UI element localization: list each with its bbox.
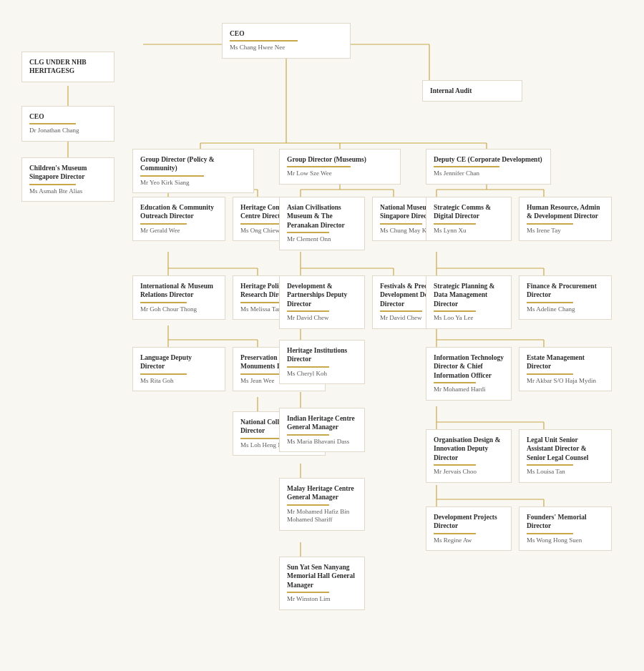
edu-outreach-title: Education & Community Outreach Director xyxy=(140,203,218,221)
childrens-box: Children's Museum Singapore Director Ms … xyxy=(21,157,114,202)
intl-museum-title: International & Museum Relations Directo… xyxy=(140,282,218,300)
clg-title: CLG UNDER NHB HERITAGESG xyxy=(29,58,107,76)
org-design-title: Organisation Design & Innovation Deputy … xyxy=(434,436,504,462)
dev-projects-underline xyxy=(434,533,476,534)
info-tech-name: Mr Mohamed Hardi xyxy=(434,386,504,394)
asian-civ-underline xyxy=(287,232,329,233)
intl-museum-box: International & Museum Relations Directo… xyxy=(132,275,225,320)
deputy-ce-title: Deputy CE (Corporate Development) xyxy=(434,155,543,164)
strategic-planning-underline xyxy=(434,310,476,312)
dev-projects-name: Ms Regine Aw xyxy=(434,537,504,545)
sun-yat-sen-title: Sun Yat Sen Nanyang Memorial Hall Genera… xyxy=(287,563,357,589)
gd-museums-title: Group Director (Museums) xyxy=(287,155,393,164)
info-tech-title: Information Technology Director & Chief … xyxy=(434,353,504,380)
indian-heritage-box: Indian Heritage Centre General Manager M… xyxy=(279,408,365,452)
malay-heritage-underline xyxy=(287,504,329,506)
ceo-top-title: CEO xyxy=(230,29,343,38)
language-box: Language Deputy Director Ms Rita Goh xyxy=(132,347,225,391)
gd-museums-box: Group Director (Museums) Mr Low Sze Wee xyxy=(279,149,401,185)
org-design-underline xyxy=(434,464,476,466)
indian-heritage-name: Ms Maria Bhavani Dass xyxy=(287,438,357,446)
dev-partnerships-name: Mr David Chew xyxy=(287,314,357,323)
estate-mgmt-underline xyxy=(527,373,573,375)
childrens-name: Ms Asmah Bte Alias xyxy=(29,187,107,196)
asian-civ-name: Mr Clement Onn xyxy=(287,235,357,244)
founders-memorial-name: Ms Wong Hong Suen xyxy=(527,537,604,545)
edu-outreach-box: Education & Community Outreach Director … xyxy=(132,197,225,241)
childrens-underline xyxy=(29,184,76,185)
ceo-left-box: CEO Dr Jonathan Chang xyxy=(21,106,114,142)
org-design-box: Organisation Design & Innovation Deputy … xyxy=(426,429,512,483)
internal-audit-title: Internal Audit xyxy=(430,87,514,95)
heritage-inst-box: Heritage Institutions Director Ms Cheryl… xyxy=(279,340,365,384)
language-name: Ms Rita Goh xyxy=(140,377,218,386)
sun-yat-sen-box: Sun Yat Sen Nanyang Memorial Hall Genera… xyxy=(279,557,365,610)
founders-memorial-underline xyxy=(527,533,573,534)
ceo-top-name: Ms Chang Hwee Nee xyxy=(230,44,343,52)
estate-mgmt-title: Estate Management Director xyxy=(527,353,604,371)
strategic-comms-box: Strategic Comms & Digital Director Ms Ly… xyxy=(426,197,512,241)
edu-outreach-underline xyxy=(140,223,187,225)
founders-memorial-title: Founders' Memorial Director xyxy=(527,513,604,531)
strategic-comms-title: Strategic Comms & Digital Director xyxy=(434,203,504,221)
indian-heritage-underline xyxy=(287,434,329,436)
gd-policy-box: Group Director (Policy & Community) Mr Y… xyxy=(132,149,254,193)
dev-projects-box: Development Projects Director Ms Regine … xyxy=(426,506,512,551)
asian-civ-box: Asian Civilisations Museum & The Peranak… xyxy=(279,197,365,250)
ceo-top-box: CEO Ms Chang Hwee Nee xyxy=(222,23,351,59)
hr-admin-box: Human Resource, Admin & Development Dire… xyxy=(519,197,612,241)
hr-admin-underline xyxy=(527,223,573,225)
estate-mgmt-box: Estate Management Director Mr Akbar S/O … xyxy=(519,347,612,391)
finance-box: Finance & Procurement Director Ms Adelin… xyxy=(519,275,612,320)
deputy-ce-name: Ms Jennifer Chan xyxy=(434,170,543,178)
gd-policy-name: Mr Yeo Kirk Siang xyxy=(140,179,246,187)
strategic-planning-box: Strategic Planning & Data Management Dir… xyxy=(426,275,512,329)
heritage-inst-name: Ms Cheryl Koh xyxy=(287,370,357,378)
strategic-comms-name: Ms Lynn Xu xyxy=(434,227,504,235)
legal-unit-box: Legal Unit Senior Assistant Director & S… xyxy=(519,429,612,483)
sun-yat-sen-name: Mr Winston Lim xyxy=(287,595,357,604)
finance-title: Finance & Procurement Director xyxy=(527,282,604,300)
info-tech-underline xyxy=(434,382,476,383)
finance-underline xyxy=(527,302,573,303)
ceo-left-name: Dr Jonathan Chang xyxy=(29,127,107,135)
festivals-precinct-underline xyxy=(380,310,422,312)
org-design-name: Mr Jervais Choo xyxy=(434,468,504,476)
legal-unit-name: Ms Louisa Tan xyxy=(527,468,604,476)
founders-memorial-box: Founders' Memorial Director Ms Wong Hong… xyxy=(519,506,612,551)
dev-partnerships-box: Development & Partnerships Deputy Direct… xyxy=(279,275,365,329)
gd-museums-underline xyxy=(287,166,351,167)
heritage-inst-underline xyxy=(287,366,329,368)
childrens-title: Children's Museum Singapore Director xyxy=(29,164,107,182)
deputy-ce-underline xyxy=(434,166,499,167)
gd-museums-name: Mr Low Sze Wee xyxy=(287,170,393,178)
gd-policy-underline xyxy=(140,175,204,177)
deputy-ce-box: Deputy CE (Corporate Development) Ms Jen… xyxy=(426,149,551,185)
edu-outreach-name: Mr Gerald Wee xyxy=(140,227,218,235)
ceo-left-underline xyxy=(29,123,76,124)
malay-heritage-name: Mr Mohamed Hafiz Bin Mohamed Shariff xyxy=(287,508,357,524)
info-tech-box: Information Technology Director & Chief … xyxy=(426,347,512,401)
internal-audit-box: Internal Audit xyxy=(422,80,522,102)
language-title: Language Deputy Director xyxy=(140,353,218,371)
hr-admin-name: Ms Irene Tay xyxy=(527,227,604,235)
heritage-inst-title: Heritage Institutions Director xyxy=(287,346,357,364)
legal-unit-underline xyxy=(527,464,573,466)
sun-yat-sen-underline xyxy=(287,592,329,593)
legal-unit-title: Legal Unit Senior Assistant Director & S… xyxy=(527,436,604,462)
dev-projects-title: Development Projects Director xyxy=(434,513,504,531)
hr-admin-title: Human Resource, Admin & Development Dire… xyxy=(527,203,604,221)
ceo-top-underline xyxy=(230,40,298,41)
ceo-left-title: CEO xyxy=(29,112,107,121)
gd-policy-title: Group Director (Policy & Community) xyxy=(140,155,246,173)
strategic-planning-name: Ms Loo Ya Lee xyxy=(434,314,504,323)
language-underline xyxy=(140,373,187,375)
malay-heritage-box: Malay Heritage Centre General Manager Mr… xyxy=(279,478,365,531)
finance-name: Ms Adeline Chang xyxy=(527,305,604,314)
strategic-planning-title: Strategic Planning & Data Management Dir… xyxy=(434,282,504,308)
malay-heritage-title: Malay Heritage Centre General Manager xyxy=(287,484,357,502)
intl-museum-underline xyxy=(140,302,187,303)
clg-box: CLG UNDER NHB HERITAGESG xyxy=(21,52,114,82)
dev-partnerships-underline xyxy=(287,310,329,312)
strategic-comms-underline xyxy=(434,223,476,225)
